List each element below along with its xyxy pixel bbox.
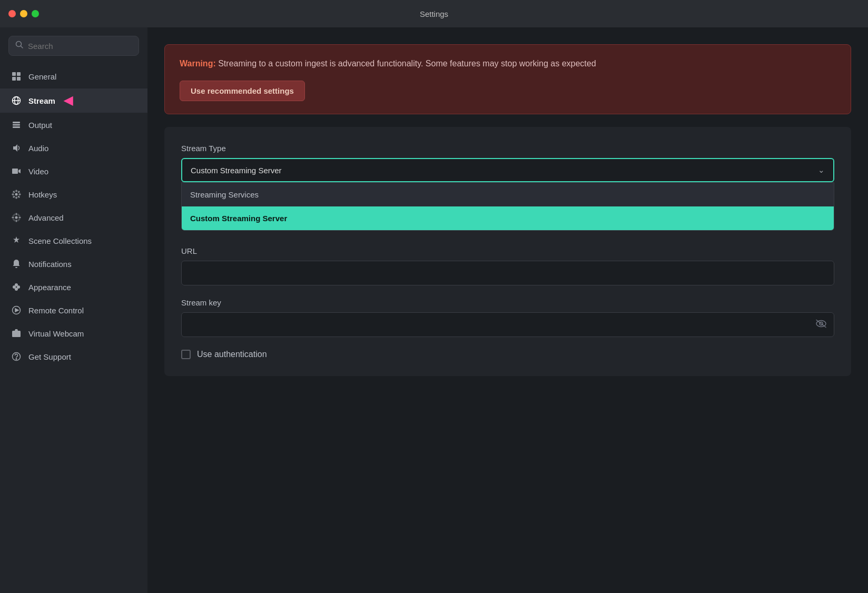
minimize-button[interactable] (20, 10, 27, 17)
stream-type-options: Streaming Services Custom Streaming Serv… (181, 182, 834, 231)
option-streaming-services[interactable]: Streaming Services (182, 183, 834, 206)
sidebar-item-general[interactable]: General (0, 65, 147, 87)
sidebar-item-virtual-webcam-label: Virtual Webcam (28, 329, 84, 338)
advanced-icon (11, 212, 22, 223)
svg-line-1 (21, 46, 23, 48)
sidebar: General Stream ◀ Output (0, 27, 147, 593)
sidebar-item-get-support[interactable]: Get Support (0, 345, 147, 368)
svg-point-15 (15, 193, 18, 196)
svg-point-19 (15, 283, 18, 286)
svg-point-26 (16, 359, 17, 360)
close-button[interactable] (8, 10, 16, 17)
stream-arrow-indicator: ◀ (64, 94, 73, 107)
url-field-group: URL (181, 246, 834, 285)
gear-icon (11, 189, 22, 200)
search-icon (15, 41, 24, 51)
option-custom-streaming-server[interactable]: Custom Streaming Server (182, 206, 834, 230)
sidebar-item-video[interactable]: Video (0, 160, 147, 182)
bell-icon (11, 258, 22, 270)
warning-text-body: Streaming to a custom ingest is advanced… (216, 59, 596, 68)
sidebar-item-scene-collections[interactable]: Scene Collections (0, 230, 147, 252)
sidebar-item-appearance-label: Appearance (28, 283, 71, 292)
globe-icon (11, 95, 22, 106)
layers-icon (11, 119, 22, 131)
sidebar-item-scene-collections-label: Scene Collections (28, 236, 92, 245)
stream-type-group: Stream Type Custom Streaming Server ⌄ St… (181, 144, 834, 182)
maximize-button[interactable] (32, 10, 39, 17)
search-container (0, 36, 147, 64)
search-input[interactable] (28, 42, 132, 51)
sidebar-item-output[interactable]: Output (0, 114, 147, 136)
sidebar-item-audio[interactable]: Audio (0, 137, 147, 159)
chevron-down-icon: ⌄ (818, 165, 825, 175)
app-body: General Stream ◀ Output (0, 27, 868, 593)
use-authentication-checkbox[interactable] (181, 350, 191, 359)
sidebar-item-hotkeys[interactable]: Hotkeys (0, 183, 147, 205)
sidebar-item-appearance[interactable]: Appearance (0, 276, 147, 298)
sidebar-item-notifications-label: Notifications (28, 260, 72, 269)
volume-icon (11, 142, 22, 154)
titlebar: Settings (0, 0, 868, 27)
sidebar-item-video-label: Video (28, 167, 48, 176)
sidebar-item-virtual-webcam[interactable]: Virtual Webcam (0, 322, 147, 344)
svg-point-20 (15, 288, 18, 291)
url-section: URL (181, 242, 834, 285)
svg-rect-3 (17, 72, 21, 76)
svg-point-16 (15, 216, 18, 219)
settings-panel: Stream Type Custom Streaming Server ⌄ St… (164, 127, 851, 376)
svg-marker-22 (15, 309, 18, 312)
svg-rect-11 (13, 126, 20, 128)
warning-label-bold: Warning: (180, 59, 216, 68)
stream-key-input[interactable] (181, 312, 834, 337)
svg-rect-9 (13, 122, 20, 123)
sidebar-item-general-label: General (28, 72, 56, 81)
svg-marker-12 (13, 144, 17, 152)
svg-rect-10 (13, 124, 20, 126)
use-recommended-settings-button[interactable]: Use recommended settings (180, 81, 305, 101)
use-authentication-row: Use authentication (181, 350, 834, 359)
stream-type-dropdown[interactable]: Custom Streaming Server ⌄ (181, 158, 834, 182)
grid-icon (11, 71, 22, 82)
sidebar-item-get-support-label: Get Support (28, 352, 71, 361)
search-box (8, 36, 139, 56)
appearance-icon (11, 281, 22, 293)
sidebar-item-hotkeys-label: Hotkeys (28, 190, 57, 199)
camera-icon (11, 328, 22, 339)
sidebar-item-remote-control[interactable]: Remote Control (0, 299, 147, 321)
svg-rect-2 (12, 72, 16, 76)
svg-point-24 (15, 332, 18, 335)
window-title: Settings (420, 9, 448, 18)
stream-key-label: Stream key (181, 298, 834, 307)
stream-key-wrapper (181, 312, 834, 337)
sidebar-item-audio-label: Audio (28, 144, 48, 153)
url-label: URL (181, 246, 834, 255)
scene-collections-icon (11, 235, 22, 246)
url-input[interactable] (181, 261, 834, 285)
svg-rect-5 (17, 77, 21, 81)
sidebar-item-stream[interactable]: Stream ◀ (0, 88, 147, 113)
use-authentication-label: Use authentication (197, 350, 267, 359)
stream-type-label: Stream Type (181, 144, 834, 153)
svg-rect-4 (12, 77, 16, 81)
question-icon (11, 351, 22, 362)
stream-type-selected-value: Custom Streaming Server (191, 166, 282, 175)
warning-banner: Warning: Streaming to a custom ingest is… (164, 44, 851, 114)
stream-type-dropdown-wrapper: Custom Streaming Server ⌄ Streaming Serv… (181, 158, 834, 182)
play-circle-icon (11, 304, 22, 316)
svg-marker-14 (18, 169, 21, 173)
eye-icon[interactable] (815, 319, 827, 331)
sidebar-item-remote-control-label: Remote Control (28, 306, 84, 315)
video-icon (11, 165, 22, 177)
sidebar-item-advanced-label: Advanced (28, 213, 64, 222)
svg-rect-13 (12, 169, 18, 174)
main-content: Warning: Streaming to a custom ingest is… (147, 27, 868, 593)
stream-key-group: Stream key (181, 298, 834, 337)
sidebar-item-stream-label: Stream (28, 96, 55, 105)
warning-text: Warning: Streaming to a custom ingest is… (180, 57, 836, 70)
sidebar-item-notifications[interactable]: Notifications (0, 253, 147, 275)
sidebar-item-output-label: Output (28, 121, 52, 130)
sidebar-item-advanced[interactable]: Advanced (0, 206, 147, 229)
traffic-lights (8, 10, 39, 17)
